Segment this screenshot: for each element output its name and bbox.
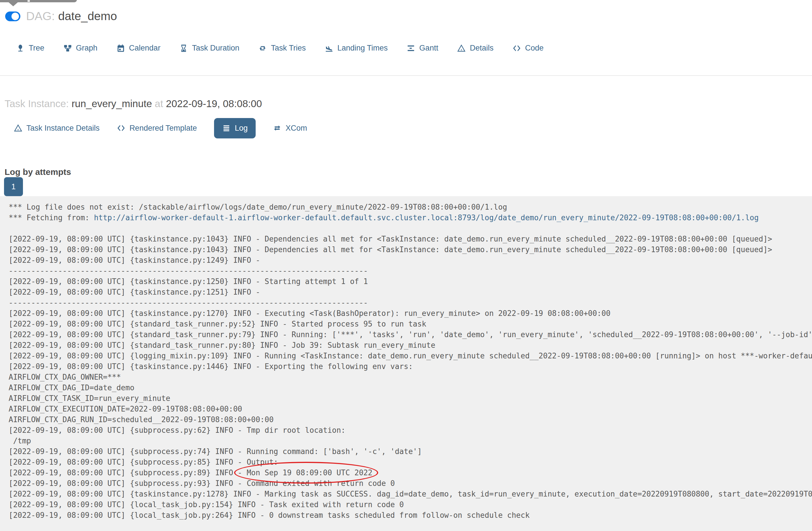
nav-tab-task-tries[interactable]: Task Tries (258, 44, 306, 53)
log-line: [2022-09-19, 08:09:00 UTC] {subprocess.p… (9, 425, 812, 436)
log-line: AIRFLOW_CTX_DAG_OWNER=*** (9, 372, 812, 382)
task-instance-label: Task Instance: (4, 98, 69, 109)
log-line: [2022-09-19, 08:09:00 UTC] {standard_tas… (9, 340, 812, 351)
log-line: [2022-09-19, 08:09:00 UTC] {subprocess.p… (9, 457, 812, 467)
toggle-knob (12, 13, 19, 20)
sub-tab-rendered-template[interactable]: Rendered Template (117, 124, 197, 133)
log-line: [2022-09-19, 08:09:00 UTC] {taskinstance… (9, 234, 812, 244)
nav-tab-label: Code (525, 44, 544, 53)
warning-triangle-icon (457, 44, 466, 53)
warning-triangle-icon (14, 124, 23, 132)
task-instance-datetime: 2022-09-19, 08:08:00 (166, 98, 262, 109)
log-line: [2022-09-19, 08:09:00 UTC] {local_task_j… (9, 510, 812, 521)
repeat-icon (258, 44, 267, 53)
nav-tab-task-duration[interactable]: Task Duration (179, 44, 239, 53)
log-line: ----------------------------------------… (9, 266, 812, 276)
log-by-attempts-heading: Log by attempts (4, 167, 71, 177)
nav-tab-label: Calendar (129, 44, 161, 53)
plane-landing-icon (325, 44, 333, 53)
log-line: [2022-09-19, 08:09:00 UTC] {taskinstance… (9, 308, 812, 319)
nav-tab-calendar[interactable]: Calendar (116, 44, 161, 53)
sub-tab-label: Rendered Template (129, 124, 197, 133)
nav-tab-label: Landing Times (337, 44, 388, 53)
exchange-icon (273, 124, 281, 132)
dag-nav-tabs: TreeGraphCalendarTask DurationTask Tries… (16, 44, 543, 53)
log-line: [2022-09-19, 08:09:00 UTC] {subprocess.p… (9, 446, 812, 457)
nav-tab-details[interactable]: Details (457, 44, 494, 53)
log-line (9, 223, 812, 234)
log-line: AIRFLOW_CTX_EXECUTION_DATE=2022-09-19T08… (9, 404, 812, 415)
dag-name: date_demo (58, 10, 117, 23)
nav-tab-label: Tree (29, 44, 44, 53)
log-line: /tmp (9, 436, 812, 446)
nav-tab-code[interactable]: Code (512, 44, 544, 53)
hourglass-icon (179, 44, 188, 53)
log-line: [2022-09-19, 08:09:00 UTC] {standard_tas… (9, 319, 812, 330)
log-line: AIRFLOW_CTX_DAG_ID=date_demo (9, 382, 812, 393)
task-instance-heading: Task Instance: run_every_minute at 2022-… (4, 98, 262, 110)
nav-tab-label: Graph (76, 44, 98, 53)
log-line: AIRFLOW_CTX_TASK_ID=run_every_minute (9, 393, 812, 404)
sub-tab-label: XCom (286, 124, 307, 133)
task-instance-at-label: at (155, 98, 163, 109)
nav-tab-gantt[interactable]: Gantt (407, 44, 438, 53)
sub-tab-label: Log (235, 124, 248, 133)
list-icon (222, 124, 231, 132)
tree-icon (16, 44, 25, 53)
log-line: [2022-09-19, 08:09:00 UTC] {logging_mixi… (9, 351, 812, 361)
page-title: DAG: date_demo (26, 10, 117, 22)
log-line: ----------------------------------------… (9, 297, 812, 308)
log-line: *** Log file does not exist: /stackable/… (9, 202, 812, 212)
log-line: [2022-09-19, 08:09:00 UTC] {taskinstance… (9, 244, 812, 255)
log-area: *** Log file does not exist: /stackable/… (0, 196, 812, 531)
nav-tab-graph[interactable]: Graph (63, 44, 98, 53)
log-fetch-link[interactable]: http://airflow-worker-default-1.airflow-… (94, 213, 759, 222)
tooltip-clipped-text (28, 0, 30, 2)
nav-tab-landing-times[interactable]: Landing Times (325, 44, 388, 53)
sub-tab-label: Task Instance Details (26, 124, 100, 133)
dag-label: DAG: (26, 10, 55, 23)
sub-tab-task-instance-details[interactable]: Task Instance Details (14, 124, 100, 133)
log-line-prefix: *** Fetching from: (9, 213, 94, 222)
log-line: [2022-09-19, 08:09:00 UTC] {taskinstance… (9, 287, 812, 297)
log-line: *** Fetching from: http://airflow-worker… (9, 212, 812, 223)
code-icon (512, 44, 521, 53)
code-icon (117, 124, 126, 132)
log-line: [2022-09-19, 08:09:00 UTC] {subprocess.p… (9, 467, 812, 478)
header-divider (0, 75, 812, 76)
log-line: [2022-09-19, 08:09:00 UTC] {subprocess.p… (9, 478, 812, 489)
gantt-icon (407, 44, 415, 53)
dag-header: DAG: date_demo (5, 10, 117, 22)
nav-tab-label: Task Tries (271, 44, 306, 53)
calendar-icon (116, 44, 125, 53)
log-line: [2022-09-19, 08:09:00 UTC] {taskinstance… (9, 276, 812, 287)
log-line: AIRFLOW_CTX_DAG_RUN_ID=scheduled__2022-0… (9, 415, 812, 425)
nav-tab-tree[interactable]: Tree (16, 44, 44, 53)
task-instance-sub-tabs: Task Instance DetailsRendered TemplateLo… (14, 116, 307, 140)
attempt-1-button[interactable]: 1 (4, 177, 23, 196)
log-line: [2022-09-19, 08:09:00 UTC] {taskinstance… (9, 489, 812, 499)
nav-tab-label: Details (470, 44, 494, 53)
tooltip-remnant (0, 0, 77, 2)
task-instance-name: run_every_minute (71, 98, 152, 109)
sub-tab-log[interactable]: Log (214, 118, 256, 138)
log-line: [2022-09-19, 08:09:00 UTC] {taskinstance… (9, 361, 812, 372)
dag-pause-toggle[interactable] (5, 12, 20, 21)
log-line: [2022-09-19, 08:09:00 UTC] {standard_tas… (9, 330, 812, 340)
log-line: [2022-09-19, 08:09:00 UTC] {taskinstance… (9, 255, 812, 266)
nav-tab-label: Gantt (419, 44, 438, 53)
nav-tab-label: Task Duration (192, 44, 239, 53)
log-output: *** Log file does not exist: /stackable/… (0, 196, 812, 531)
log-line: [2022-09-19, 08:09:00 UTC] {local_task_j… (9, 499, 812, 510)
sub-tab-xcom[interactable]: XCom (273, 124, 307, 133)
graph-icon (63, 44, 72, 53)
